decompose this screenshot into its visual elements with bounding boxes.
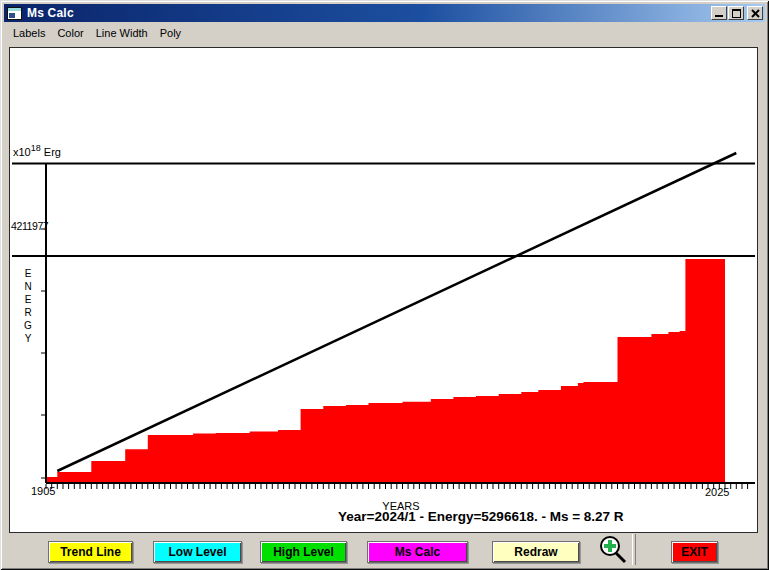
high-level-button[interactable]: High Level	[260, 541, 347, 563]
minimize-icon	[715, 15, 723, 17]
chart-area[interactable]: x1018 Erg 4211977 E N E R G Y 1905 2025 …	[9, 47, 758, 533]
y-axis-tick-label: 4211977	[11, 220, 48, 232]
close-icon	[751, 9, 760, 18]
maximize-icon	[732, 9, 741, 18]
titlebar[interactable]: Ms Calc	[4, 4, 765, 22]
y-axis-unit-label: x1018 Erg	[13, 143, 61, 158]
menu-item-labels[interactable]: Labels	[13, 27, 45, 39]
app-window: Ms Calc Labels Color Line Width Poly x10…	[0, 0, 769, 570]
zoom-button[interactable]	[594, 534, 632, 565]
menu-item-line-width[interactable]: Line Width	[96, 27, 148, 39]
energy-chart	[10, 48, 757, 532]
x-axis-first-label: 1905	[31, 485, 55, 497]
close-button[interactable]	[747, 6, 763, 20]
y-axis-unit-name: Erg	[44, 146, 61, 158]
menu-item-color[interactable]: Color	[57, 27, 83, 39]
app-form-icon	[7, 7, 22, 20]
magnifier-plus-icon	[597, 535, 629, 565]
y-axis-letter: N	[24, 280, 31, 293]
minimize-button[interactable]	[711, 6, 727, 20]
y-axis-letter: G	[24, 319, 32, 332]
button-bar: Trend Line Low Level High Level Ms Calc …	[4, 533, 765, 566]
redraw-button[interactable]: Redraw	[492, 541, 580, 563]
exit-button[interactable]: EXIT	[671, 541, 718, 563]
y-axis-letter: Y	[25, 332, 32, 345]
y-axis-unit-prefix: x10	[13, 146, 31, 158]
ms-calc-button[interactable]: Ms Calc	[367, 541, 468, 563]
low-level-button[interactable]: Low Level	[153, 541, 242, 563]
y-axis-letter: E	[25, 293, 32, 306]
trend-line-button[interactable]: Trend Line	[48, 541, 133, 563]
menu-item-poly[interactable]: Poly	[160, 27, 181, 39]
energy-area	[46, 259, 725, 482]
status-readout: Year=2024/1 - Energy=5296618. - Ms = 8.2…	[338, 509, 624, 524]
y-axis-title: E N E R G Y	[21, 267, 35, 345]
window-controls	[710, 6, 763, 20]
y-axis-letter: E	[25, 267, 32, 280]
y-axis-letter: R	[24, 306, 31, 319]
x-axis-last-label: 2025	[705, 486, 729, 498]
menubar: Labels Color Line Width Poly	[4, 22, 765, 44]
maximize-button[interactable]	[728, 6, 744, 20]
window-title: Ms Calc	[27, 6, 74, 20]
y-axis-unit-exponent: 18	[31, 143, 41, 153]
